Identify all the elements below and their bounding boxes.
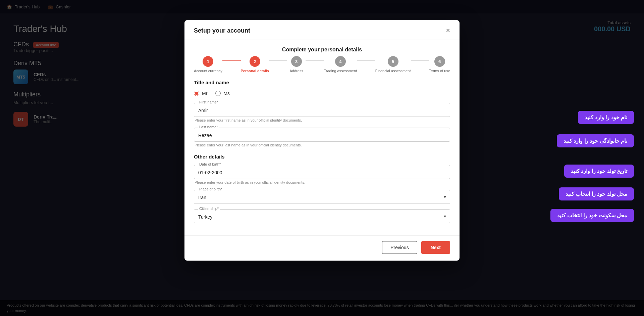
- citizenship-group: Citizenship* Turkey Iran United States ▾: [194, 209, 450, 223]
- last-name-hint: Please enter your last name as in your o…: [194, 143, 450, 147]
- connector-4-5: [357, 60, 375, 61]
- step-circle-1: 1: [203, 56, 213, 67]
- step-5: 5 Financial assessment: [375, 56, 411, 73]
- connector-5-6: [411, 60, 429, 61]
- connector-3-4: [306, 60, 324, 61]
- modal-title: Setup your account: [194, 27, 250, 34]
- connector-2-3: [269, 60, 287, 61]
- connector-1-2: [222, 60, 241, 61]
- title-name-section-header: Title and name: [194, 80, 450, 85]
- citizenship-select-wrapper: Turkey Iran United States ▾: [194, 209, 450, 223]
- pob-select[interactable]: Iran Turkey United States: [194, 190, 450, 204]
- modal-subtitle: Complete your personal details: [184, 40, 460, 56]
- previous-button[interactable]: Previous: [382, 241, 417, 254]
- annotation-dob: تاریخ تولد خود را وارد کنید: [564, 165, 634, 178]
- step-circle-5: 5: [388, 56, 398, 67]
- pob-select-wrapper: Iran Turkey United States ▾: [194, 190, 450, 204]
- modal-header: Setup your account ×: [184, 20, 460, 40]
- step-label-1: Account currency: [194, 69, 222, 73]
- last-name-input[interactable]: [194, 128, 450, 142]
- stepper: 1 Account currency 2 Personal details 3 …: [184, 56, 460, 80]
- step-4: 4 Trading assessment: [324, 56, 357, 73]
- step-6: 6 Terms of use: [429, 56, 450, 73]
- step-circle-2: 2: [250, 56, 260, 67]
- annotation-first-name: نام خود را وارد کنید: [578, 111, 634, 124]
- step-2: 2 Personal details: [241, 56, 269, 73]
- citizenship-select[interactable]: Turkey Iran United States: [194, 209, 450, 223]
- dob-hint: Please enter your date of birth as in yo…: [194, 180, 450, 184]
- setup-modal: Setup your account × Complete your perso…: [184, 20, 460, 261]
- radio-mr-text: Mr: [202, 91, 207, 96]
- last-name-label: Last name*: [198, 125, 219, 129]
- other-details-header: Other details: [194, 154, 450, 160]
- annotation-citizenship: محل سکونت خود را انتخاب کنید: [550, 209, 634, 222]
- radio-mr[interactable]: [194, 91, 199, 96]
- step-label-6: Terms of use: [429, 69, 450, 73]
- radio-mr-label[interactable]: Mr: [194, 91, 207, 96]
- step-3: 3 Address: [287, 56, 306, 73]
- pob-group: Place of birth* Iran Turkey United State…: [194, 190, 450, 204]
- radio-ms[interactable]: [215, 91, 221, 96]
- step-circle-3: 3: [291, 56, 302, 67]
- modal-footer: Previous Next: [184, 235, 460, 261]
- pob-label: Place of birth*: [198, 187, 223, 191]
- radio-ms-label[interactable]: Ms: [215, 91, 230, 96]
- close-button[interactable]: ×: [446, 27, 450, 34]
- modal-overlay: Setup your account × Complete your perso…: [0, 0, 644, 316]
- next-button[interactable]: Next: [421, 241, 450, 254]
- title-radio-group: Mr Ms: [194, 91, 450, 96]
- dob-group: Date of birth* Please enter your date of…: [194, 165, 450, 184]
- dob-input[interactable]: [194, 165, 450, 179]
- step-circle-6: 6: [434, 56, 445, 67]
- radio-ms-text: Ms: [223, 91, 230, 96]
- step-circle-4: 4: [335, 56, 346, 67]
- step-label-5: Financial assessment: [375, 69, 411, 73]
- last-name-group: Last name* Please enter your last name a…: [194, 128, 450, 147]
- annotation-last-name: نام خانوادگی خود را وارد کنید: [557, 134, 634, 147]
- step-label-2: Personal details: [241, 69, 269, 73]
- first-name-input[interactable]: [194, 103, 450, 117]
- citizenship-label: Citizenship*: [198, 207, 220, 211]
- step-1: 1 Account currency: [194, 56, 222, 73]
- modal-body: Title and name Mr Ms First name*: [184, 80, 460, 235]
- background-page: 🏠 Trader's Hub 💼 Cashier Trader's Hub To…: [0, 0, 644, 316]
- first-name-group: First name* Please enter your first name…: [194, 103, 450, 122]
- annotation-pob: محل تولد خود را انتخاب کنید: [559, 187, 634, 200]
- dob-label: Date of birth*: [198, 162, 222, 166]
- step-label-3: Address: [290, 69, 303, 73]
- first-name-hint: Please enter your first name as in your …: [194, 118, 450, 122]
- first-name-label: First name*: [198, 100, 219, 104]
- step-label-4: Trading assessment: [324, 69, 357, 73]
